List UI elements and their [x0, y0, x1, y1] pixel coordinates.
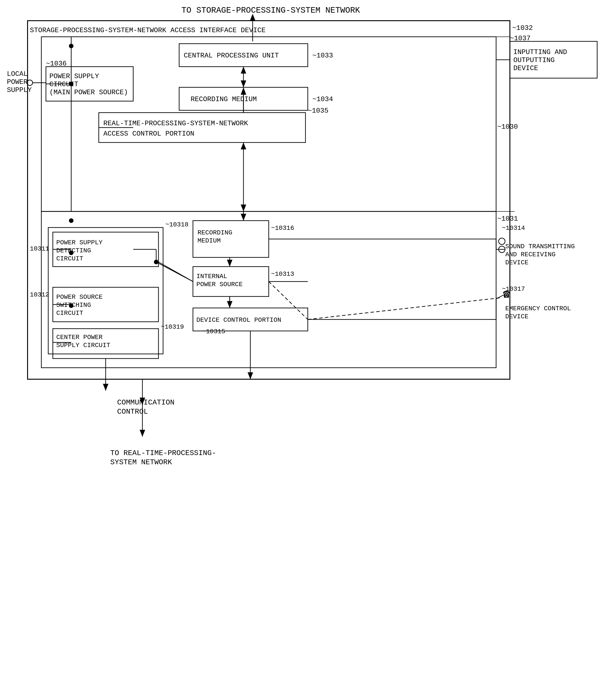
sound-transmitting-label2: AND RECEIVING: [505, 251, 555, 258]
ref-1033: ~1033: [312, 52, 333, 60]
diagram-container: TO STORAGE-PROCESSING-SYSTEM NETWORK STO…: [0, 0, 616, 692]
ref-1034: ~1034: [312, 96, 333, 103]
svg-line-52: [156, 262, 193, 281]
top-arrow-label: TO STORAGE-PROCESSING-SYSTEM NETWORK: [181, 6, 360, 15]
inputting-outputting-label: INPUTTING AND: [513, 48, 567, 56]
local-power-supply-label: LOCAL: [7, 70, 27, 78]
power-supply-circuit-label: POWER SUPPLY: [49, 72, 99, 80]
rtps-control-label2: ACCESS CONTROL PORTION: [103, 130, 194, 138]
internal-power-source-label2: POWER SOURCE: [196, 281, 243, 288]
ref-1032: ~1032: [512, 24, 533, 32]
inputting-outputting-label3: DEVICE: [513, 64, 538, 72]
svg-line-34: [308, 298, 502, 319]
local-power-supply-label2: POWER: [7, 78, 27, 86]
svg-marker-63: [248, 372, 253, 379]
svg-point-22: [69, 218, 73, 223]
ref-10315: ~10315: [202, 328, 225, 335]
internal-power-source-label: INTERNAL: [196, 273, 227, 280]
ref-1037: ~1037: [510, 35, 531, 42]
svg-marker-8: [241, 80, 246, 87]
ref-10313: ~10313: [271, 271, 294, 278]
ref-1031: ~1031: [497, 215, 518, 223]
sound-transmitting-label3: DEVICE: [505, 259, 528, 266]
ref-10314: ~10314: [502, 225, 525, 232]
ref-10318: ~10318: [166, 221, 189, 228]
svg-marker-37: [227, 260, 233, 267]
ref-1035: ~1035: [308, 107, 328, 115]
svg-marker-42: [241, 214, 246, 221]
emergency-control-label: EMERGENCY CONTROL: [505, 305, 571, 312]
svg-marker-61: [140, 430, 145, 437]
svg-rect-2: [27, 21, 510, 379]
power-supply-detecting-label2: DETECTING: [56, 247, 91, 254]
rtps-control-label: REAL-TIME-PROCESSING-SYSTEM-NETWORK: [103, 120, 248, 127]
device-control-portion-label: DEVICE CONTROL PORTION: [196, 316, 281, 323]
svg-marker-45: [241, 205, 246, 211]
center-power-supply-label: CENTER POWER: [56, 334, 103, 341]
svg-point-32: [499, 238, 505, 245]
bottom-arrow-label: TO REAL-TIME-PROCESSING-: [110, 449, 216, 457]
ref-1036: ~1036: [46, 60, 67, 67]
svg-line-35: [269, 281, 308, 319]
ref-1030: ~1030: [497, 123, 518, 131]
power-source-switching-label: POWER SOURCE: [56, 293, 103, 300]
recording-medium-bottom-label2: MEDIUM: [198, 237, 221, 244]
communication-control-label2: CONTROL: [117, 407, 148, 416]
recording-medium-bottom-label: RECORDING: [198, 229, 232, 236]
bottom-arrow-label2: SYSTEM NETWORK: [110, 458, 172, 466]
ref-10312: 10312: [30, 291, 49, 298]
inputting-outputting-label2: OUTPUTTING: [513, 56, 555, 64]
ref-10311: 10311: [30, 245, 49, 252]
communication-control-label: COMMUNICATION: [117, 398, 175, 407]
center-power-supply-label2: SUPPLY CIRCUIT: [56, 342, 110, 349]
power-supply-detecting-label: POWER SUPPLY: [56, 239, 103, 246]
svg-point-19: [69, 44, 73, 48]
emergency-control-label2: DEVICE: [505, 313, 528, 320]
svg-marker-57: [103, 384, 108, 391]
cpu-label: CENTRAL PROCESSING UNIT: [184, 52, 279, 60]
ref-10319: ~10319: [161, 323, 184, 331]
local-power-supply-label3: SUPPLY: [7, 86, 32, 94]
ref-10317: ~10317: [502, 286, 525, 293]
power-source-switching-label3: CIRCUIT: [56, 310, 83, 317]
recording-medium-top-label: RECORDING MEDIUM: [191, 96, 257, 103]
power-supply-detecting-label3: CIRCUIT: [56, 255, 83, 262]
svg-marker-44: [241, 143, 246, 149]
sound-transmitting-label: SOUND TRANSMITTING: [505, 243, 575, 250]
svg-marker-7: [241, 67, 246, 74]
power-supply-circuit-label3: (MAIN POWER SOURCE): [49, 88, 128, 96]
power-supply-circuit-label2: CIRCUIT: [49, 80, 78, 88]
power-source-switching-label2: SWITCHING: [56, 301, 91, 309]
ref-10316: ~10316: [271, 225, 294, 232]
main-box-label: STORAGE-PROCESSING-SYSTEM-NETWORK ACCESS…: [30, 26, 265, 34]
